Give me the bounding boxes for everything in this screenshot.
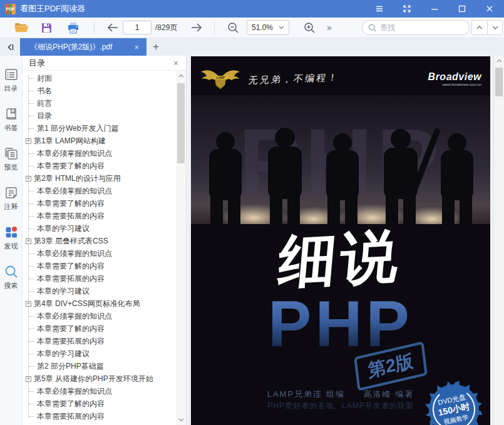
toc-item-glyph[interactable] [29,153,34,154]
viewer-scrollbar-thumb[interactable] [495,68,503,96]
toc-item[interactable]: 前言 [23,97,176,110]
maximize-icon[interactable] [453,1,471,16]
toc-item-label: 本章必须掌握的知识点 [37,148,112,159]
sidebar-item-preview[interactable]: 预览 [0,143,23,175]
find-input[interactable]: 查找 [362,20,470,35]
toc-item[interactable]: + 第4章 DIV+CSS网页标准化布局 [23,297,176,310]
close-icon[interactable] [480,1,499,16]
toc-item[interactable]: 目录 [23,110,176,122]
toc-item-glyph[interactable]: + [26,238,31,244]
toc-item-glyph[interactable]: + [26,176,31,182]
toc-scrollbar[interactable] [176,71,186,425]
toc-item-glyph[interactable] [29,78,34,79]
toc-item[interactable]: + 第1章 LAMP网站构建 [23,135,176,147]
fullscreen-icon[interactable] [398,1,416,16]
sidebar-item-annotation[interactable]: 注释 [0,183,23,214]
toc-item-glyph[interactable] [29,116,34,116]
toc-item-glyph[interactable] [29,341,34,342]
publisher-logo: Broadview www.broadview.com.cn [428,71,481,86]
toc-item[interactable]: + 第6章 PHP的基本语法 [23,422,176,425]
toc-item-glyph[interactable] [29,354,34,354]
save-button[interactable] [38,19,55,36]
toc-item[interactable]: 本章必须掌握的知识点 [23,185,176,197]
toc-item-glyph[interactable]: + [26,138,31,144]
toc-item[interactable]: 本章需要了解的内容 [23,322,176,335]
toc-item[interactable]: 本章需要拓展的内容 [23,410,176,422]
toc-item[interactable]: 第2 部分PHP基础篇 [23,360,176,372]
toc-item[interactable]: + 第2章 HTML的设计与应用 [23,172,176,185]
toc-item[interactable]: + 第5章 从搭建你的PHP开发环境开始 [23,372,176,385]
sidebar-item-discover[interactable]: 发现 [0,222,23,253]
toc-item-glyph[interactable] [29,366,34,367]
toc-item-glyph[interactable] [29,191,34,192]
toc-item[interactable]: 本章必须掌握的知识点 [23,385,176,397]
scroll-up-icon[interactable] [494,56,504,66]
toc-item-glyph[interactable]: + [26,376,31,382]
sidebar-item-toc[interactable]: 目录 [0,64,23,96]
toc-item[interactable]: 本章需要拓展的内容 [23,210,176,222]
toc-item-glyph[interactable] [29,404,34,404]
next-page-button[interactable] [188,19,205,36]
main-area: 目录 书签 预览 注释 发现 搜索 目录 × 封面 [0,56,504,425]
toc-item[interactable]: 本章的学习建议 [23,222,176,235]
scroll-down-icon[interactable] [176,415,186,425]
toc-item-glyph[interactable] [29,216,34,217]
zoom-out-button[interactable] [224,19,242,36]
toc-item[interactable]: 本章需要了解的内容 [23,260,176,272]
sidebar-item-bookmark[interactable]: 书签 [0,104,23,135]
zoom-in-button[interactable] [301,19,318,36]
more-tools-button[interactable]: » [321,19,338,36]
toc-item[interactable]: 封面 [23,72,176,84]
toc-item[interactable]: 本章必须掌握的知识点 [23,310,176,322]
toc-item[interactable]: 本章需要拓展的内容 [23,272,176,285]
find-previous-button[interactable] [471,20,487,35]
sidebar-item-search[interactable]: 搜索 [0,262,23,293]
toc-item-glyph[interactable] [29,316,34,317]
toc-item[interactable]: 本章需要了解的内容 [23,397,176,410]
open-file-button[interactable] [13,19,30,36]
minimize-icon[interactable] [425,1,444,16]
page-number-input[interactable] [123,21,152,34]
toc-item-glyph[interactable] [29,166,34,166]
toc-item-glyph[interactable] [29,266,34,267]
cover-title-main: PHP [191,287,490,361]
print-button[interactable] [64,19,82,36]
document-tab[interactable]: 《细说PHP(第2版)》.pdf × [20,38,147,56]
toc-item[interactable]: + 第3章 层叠样式表CSS [23,235,176,247]
toc-item-glyph[interactable] [29,291,34,292]
toc-item-glyph[interactable] [29,128,34,129]
toc-item-label: 本章需要拓展的内容 [37,211,105,222]
toc-item[interactable]: 第1 部分Web开发入门篇 [23,122,176,135]
toc-item[interactable]: 本章需要了解的内容 [23,160,176,172]
toc-item[interactable]: 本章必须掌握的知识点 [23,247,176,260]
toc-item-glyph[interactable] [29,279,34,279]
toc-item[interactable]: 本章需要了解的内容 [23,197,176,210]
document-viewer[interactable]: LAMP 无兄弟，不编程！ Broadview www.broadview.co… [187,56,504,425]
prev-page-button[interactable] [104,19,121,36]
tab-close-icon[interactable]: × [131,43,141,52]
new-tab-button[interactable]: + [147,38,165,56]
scroll-up-icon[interactable] [176,71,186,81]
toc-item-glyph[interactable] [29,416,34,417]
viewer-scrollbar[interactable] [493,56,504,425]
toc-item[interactable]: 书名 [23,84,176,97]
toc-panel-close-icon[interactable]: × [172,58,180,68]
find-next-button[interactable] [487,20,503,35]
collapse-tabs-icon[interactable] [0,38,20,56]
zoom-level-select[interactable]: 51.0% [247,20,289,35]
toc-item-glyph[interactable] [29,203,34,204]
toc-item[interactable]: 本章必须掌握的知识点 [23,147,176,160]
tabbar: 《细说PHP(第2版)》.pdf × + [0,38,504,56]
toc-item-glyph[interactable] [29,391,34,392]
toc-item[interactable]: 本章的学习建议 [23,285,176,297]
toc-item[interactable]: 本章的学习建议 [23,347,176,360]
toc-item-glyph[interactable] [29,329,34,329]
toc-item-glyph[interactable] [29,228,34,229]
toc-item-glyph[interactable] [29,91,34,91]
toc-item-glyph[interactable] [29,103,34,104]
menu-icon[interactable] [370,1,389,16]
toc-item-glyph[interactable]: + [26,301,31,307]
toc-item[interactable]: 本章需要拓展的内容 [23,335,176,347]
toc-scrollbar-thumb[interactable] [177,83,185,163]
toc-item-glyph[interactable] [29,253,34,254]
